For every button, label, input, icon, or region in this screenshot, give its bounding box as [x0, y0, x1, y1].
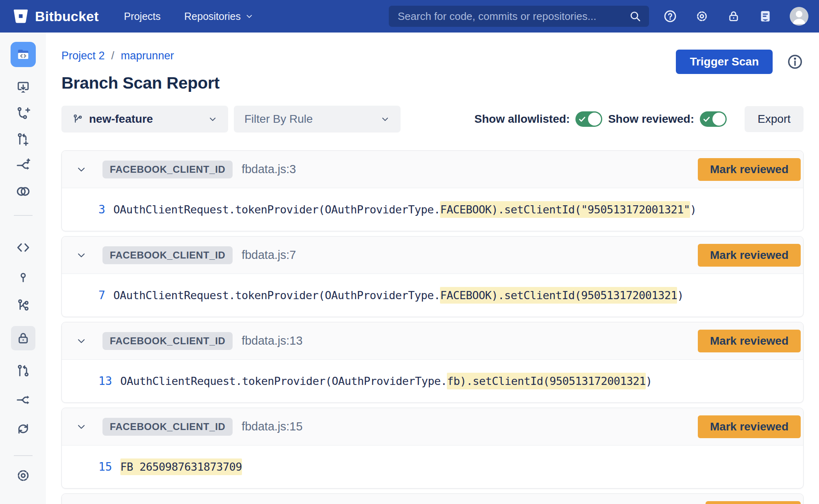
- finding-card: [61, 493, 804, 504]
- pipelines-sync-icon: [16, 421, 30, 436]
- sidebar-item-pipelines[interactable]: [15, 421, 31, 437]
- page-title: Branch Scan Report: [61, 74, 220, 93]
- repository-folder-icon: [15, 46, 31, 63]
- collapse-chevron-icon[interactable]: [73, 333, 89, 349]
- show-reviewed-label: Show reviewed:: [608, 113, 694, 126]
- branch-select[interactable]: new-feature: [61, 106, 228, 133]
- global-search[interactable]: [389, 6, 649, 27]
- forks-icon: [16, 393, 30, 407]
- mark-reviewed-button[interactable]: Mark reviewed: [698, 415, 801, 438]
- help-icon[interactable]: [663, 9, 677, 24]
- mark-reviewed-button[interactable]: Mark reviewed: [698, 330, 801, 352]
- rule-badge: FACEBOOK_CLIENT_ID: [102, 246, 233, 264]
- collapse-chevron-icon[interactable]: [73, 247, 89, 263]
- create-branch-icon: [16, 106, 30, 121]
- rule-filter-placeholder: Filter By Rule: [244, 113, 313, 126]
- sidebar-item-security[interactable]: [11, 326, 35, 350]
- changelog-icon[interactable]: [758, 9, 773, 24]
- line-number: 7: [98, 289, 105, 302]
- compare-icon: [15, 184, 31, 199]
- file-location: fbdata.js:7: [242, 248, 296, 262]
- clone-icon: [16, 80, 30, 95]
- info-icon[interactable]: [786, 53, 804, 70]
- rule-filter-select[interactable]: Filter By Rule: [234, 106, 401, 133]
- check-icon: [578, 115, 586, 123]
- code-line: OAuthClientRequest.tokenProvider(OAuthPr…: [120, 375, 652, 387]
- collapse-chevron-icon[interactable]: [73, 161, 89, 178]
- breadcrumb-project-link[interactable]: Project 2: [61, 50, 105, 62]
- breadcrumb: Project 2 / maprunner: [61, 50, 220, 62]
- show-allowlisted-label: Show allowlisted:: [475, 113, 570, 126]
- sidebar-item-branches[interactable]: [15, 297, 31, 313]
- sidebar-item-source[interactable]: [15, 239, 31, 256]
- rule-badge: FACEBOOK_CLIENT_ID: [102, 332, 233, 350]
- branch-icon: [72, 113, 83, 125]
- rule-badge: FACEBOOK_CLIENT_ID: [102, 418, 233, 436]
- nav-repositories[interactable]: Repositories: [184, 11, 254, 22]
- secret-highlight: FACEBOOK).setClientId("950513172001321": [440, 201, 690, 218]
- main-content: Project 2 / maprunner Branch Scan Report…: [46, 33, 819, 504]
- lock-icon[interactable]: [726, 9, 741, 24]
- sidebar-item-clone[interactable]: [15, 79, 31, 96]
- search-icon[interactable]: [629, 10, 642, 23]
- file-location: fbdata.js:15: [242, 420, 303, 433]
- top-navigation: Bitbucket Projects Repositories: [0, 0, 819, 33]
- branches-icon: [16, 298, 30, 313]
- sidebar-item-repository[interactable]: [11, 42, 36, 67]
- commits-icon: [16, 269, 30, 284]
- breadcrumb-separator: /: [111, 50, 115, 62]
- findings-list: FACEBOOK_CLIENT_ID fbdata.js:3 Mark revi…: [61, 150, 804, 504]
- sidebar-item-create-pull-request[interactable]: [15, 131, 31, 148]
- sidebar-item-create-branch[interactable]: [15, 105, 31, 122]
- sidebar-item-compare[interactable]: [15, 183, 31, 200]
- code-line: OAuthClientRequest.tokenProvider(OAuthPr…: [113, 203, 697, 216]
- avatar[interactable]: [790, 7, 808, 26]
- chevron-down-icon: [245, 12, 254, 21]
- security-lock-icon: [16, 331, 30, 345]
- show-allowlisted-toggle[interactable]: [575, 111, 602, 127]
- code-line: FB 2650987631873709: [120, 461, 242, 473]
- finding-card: FACEBOOK_CLIENT_ID fbdata.js:3 Mark revi…: [61, 150, 804, 231]
- bitbucket-logo-icon: [12, 8, 29, 25]
- line-number: 15: [98, 460, 112, 474]
- fork-arrows-icon: [16, 158, 30, 173]
- nav-projects[interactable]: Projects: [124, 11, 161, 22]
- pull-requests-icon: [16, 364, 30, 378]
- code-line: OAuthClientRequest.tokenProvider(OAuthPr…: [113, 289, 684, 302]
- sidebar-item-pull-requests[interactable]: [15, 363, 31, 379]
- mark-reviewed-button[interactable]: [706, 501, 801, 504]
- line-number: 13: [98, 374, 112, 388]
- trigger-scan-button[interactable]: Trigger Scan: [676, 50, 773, 74]
- sidebar-divider: [14, 455, 33, 456]
- sidebar-item-commits[interactable]: [15, 268, 31, 285]
- finding-card: FACEBOOK_CLIENT_ID fbdata.js:15 Mark rev…: [61, 408, 804, 489]
- line-number: 3: [98, 203, 105, 216]
- settings-gear-icon: [15, 467, 31, 484]
- toggle-knob: [712, 113, 725, 126]
- bitbucket-home-link[interactable]: Bitbucket: [12, 8, 99, 25]
- sidebar-item-forks-top[interactable]: [15, 157, 31, 174]
- branch-select-value: new-feature: [89, 113, 153, 126]
- collapse-chevron-icon[interactable]: [73, 419, 89, 435]
- file-location: fbdata.js:13: [242, 334, 303, 348]
- check-icon: [703, 115, 711, 123]
- secret-highlight: FB 2650987631873709: [120, 458, 242, 475]
- sidebar: [0, 33, 46, 504]
- sidebar-item-forks[interactable]: [15, 392, 31, 408]
- settings-gear-icon[interactable]: [695, 9, 709, 24]
- source-code-icon: [15, 240, 31, 255]
- sidebar-item-settings[interactable]: [15, 467, 31, 484]
- toggle-knob: [588, 113, 601, 126]
- mark-reviewed-button[interactable]: Mark reviewed: [698, 158, 801, 181]
- export-button[interactable]: Export: [745, 106, 804, 132]
- rule-badge: FACEBOOK_CLIENT_ID: [102, 161, 233, 178]
- breadcrumb-repo-link[interactable]: maprunner: [121, 50, 174, 62]
- chevron-down-icon: [380, 114, 390, 124]
- show-reviewed-toggle[interactable]: [700, 111, 727, 127]
- search-input[interactable]: [398, 10, 629, 23]
- sidebar-divider: [14, 215, 33, 216]
- create-pull-request-icon: [16, 132, 30, 147]
- chevron-down-icon: [208, 114, 218, 124]
- finding-card: FACEBOOK_CLIENT_ID fbdata.js:13 Mark rev…: [61, 322, 804, 403]
- mark-reviewed-button[interactable]: Mark reviewed: [698, 244, 801, 267]
